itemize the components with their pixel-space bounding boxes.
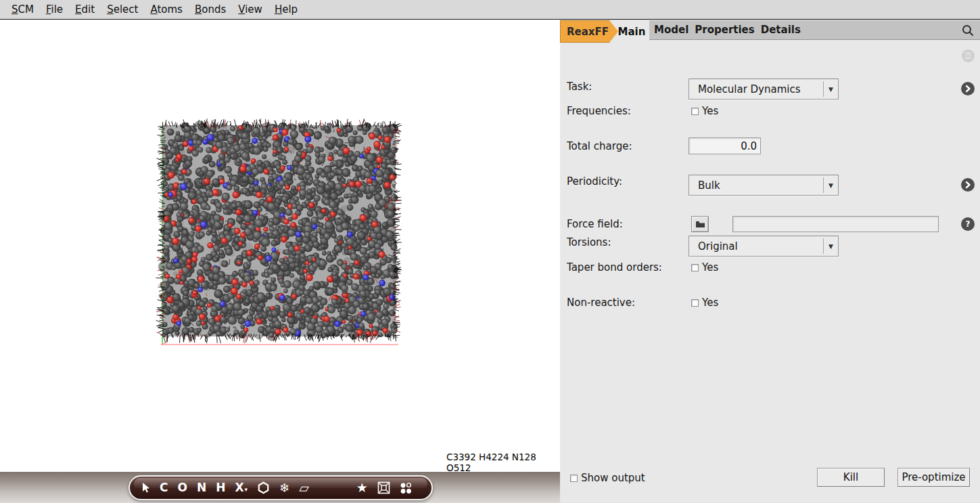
frequencies-label: Frequencies:	[567, 105, 631, 117]
torsions-dropdown[interactable]: Original ▼	[689, 236, 839, 257]
force-field-input[interactable]	[732, 216, 939, 232]
menu-bar: SCMFileEditSelectAtomsBondsViewHelp	[0, 0, 980, 20]
periodicity-dropdown[interactable]: Bulk ▼	[689, 175, 839, 196]
menu-scm[interactable]: SCM	[5, 3, 40, 16]
atom-toolbar: CONHX▾❄▱★	[129, 475, 433, 500]
plane-icon[interactable]: ▱	[299, 477, 309, 499]
total-charge-label: Total charge:	[567, 140, 632, 152]
tab-main[interactable]: Main	[614, 20, 649, 43]
tab-bar: Model Properties Details Main ReaxFF	[560, 20, 980, 43]
menu-edit[interactable]: Edit	[69, 3, 101, 16]
task-detail-button[interactable]	[961, 82, 975, 95]
total-charge-input[interactable]	[689, 137, 761, 154]
pre-optimize-button[interactable]: Pre-optimize	[897, 468, 970, 487]
taper-option-label: Yes	[702, 261, 718, 274]
non-reactive-option-label: Yes	[702, 297, 718, 309]
element-h-button[interactable]: H	[216, 477, 225, 499]
menu-atoms[interactable]: Atoms	[144, 3, 189, 16]
frequencies-checkrow: Yes	[691, 105, 718, 117]
tab-model[interactable]: Model	[654, 24, 694, 36]
star-icon[interactable]: ★	[356, 477, 368, 499]
torsions-value: Original	[689, 240, 823, 253]
frequencies-option-label: Yes	[702, 105, 718, 117]
periodicity-label: Periodicity:	[567, 175, 622, 188]
kill-button[interactable]: Kill	[817, 468, 885, 487]
element-c-button[interactable]: C	[160, 477, 168, 499]
non-reactive-checkrow: Yes	[691, 297, 718, 309]
formula-text: C3392 H4224 N128 O512	[446, 452, 560, 473]
taper-checkbox[interactable]	[691, 264, 699, 271]
molecule-render[interactable]	[152, 118, 409, 356]
task-dropdown[interactable]: Molecular Dynamics ▼	[689, 79, 839, 100]
taper-checkrow: Yes	[691, 261, 718, 274]
force-field-browse-button[interactable]	[691, 216, 709, 232]
snowflake-icon[interactable]: ❄	[279, 477, 289, 499]
task-label: Task:	[567, 81, 592, 93]
element-x-button[interactable]: X▾	[235, 477, 248, 499]
viewport-bottom-strip: CONHX▾❄▱★	[0, 472, 560, 503]
taper-label: Taper bond orders:	[567, 261, 662, 274]
show-output-checkbox[interactable]	[570, 475, 578, 482]
tab-properties[interactable]: Properties	[695, 24, 760, 36]
menu-file[interactable]: File	[40, 3, 69, 16]
atoms-dots-icon[interactable]	[400, 482, 412, 494]
torsions-label: Torsions:	[567, 236, 611, 248]
chevron-down-icon: ▼	[823, 238, 838, 254]
chevron-right-icon	[964, 181, 971, 189]
menu-view[interactable]: View	[232, 3, 269, 16]
input-panel: Model Properties Details Main ReaxFF Tas…	[560, 20, 980, 503]
tab-strip: Model Properties Details	[649, 20, 980, 40]
force-field-help-button[interactable]: ?	[961, 217, 975, 231]
cell-box-icon[interactable]	[377, 481, 390, 494]
task-value: Molecular Dynamics	[689, 83, 823, 95]
periodicity-detail-button[interactable]	[961, 178, 975, 192]
tab-details[interactable]: Details	[761, 24, 806, 36]
reaxff-window: SCMFileEditSelectAtomsBondsViewHelp C339…	[0, 0, 980, 503]
element-n-button[interactable]: N	[197, 477, 206, 499]
folder-icon	[695, 221, 705, 228]
question-icon: ?	[966, 219, 971, 229]
chevron-right-icon	[964, 85, 971, 93]
menu-bonds[interactable]: Bonds	[189, 3, 232, 16]
show-output-checkrow: Show output	[570, 472, 645, 484]
show-output-label: Show output	[581, 472, 645, 484]
non-reactive-checkbox[interactable]	[691, 299, 699, 307]
ring-icon[interactable]	[257, 481, 270, 494]
tab-reaxff[interactable]: ReaxFF	[560, 20, 618, 43]
molecule-viewport[interactable]: C3392 H4224 N128 O512	[0, 20, 560, 472]
periodicity-value: Bulk	[689, 179, 823, 192]
non-reactive-label: Non-reactive:	[567, 297, 635, 309]
element-o-button[interactable]: O	[177, 477, 187, 499]
frequencies-checkbox[interactable]	[691, 108, 699, 115]
chevron-down-icon: ▼	[823, 177, 838, 193]
force-field-label: Force field:	[567, 218, 623, 230]
chevron-down-icon: ▼	[823, 81, 838, 97]
menu-help[interactable]: Help	[269, 3, 304, 16]
menu-select[interactable]: Select	[101, 3, 144, 16]
search-icon[interactable]	[961, 24, 975, 37]
pointer-icon[interactable]	[141, 482, 150, 494]
panel-menu-icon	[962, 49, 975, 62]
